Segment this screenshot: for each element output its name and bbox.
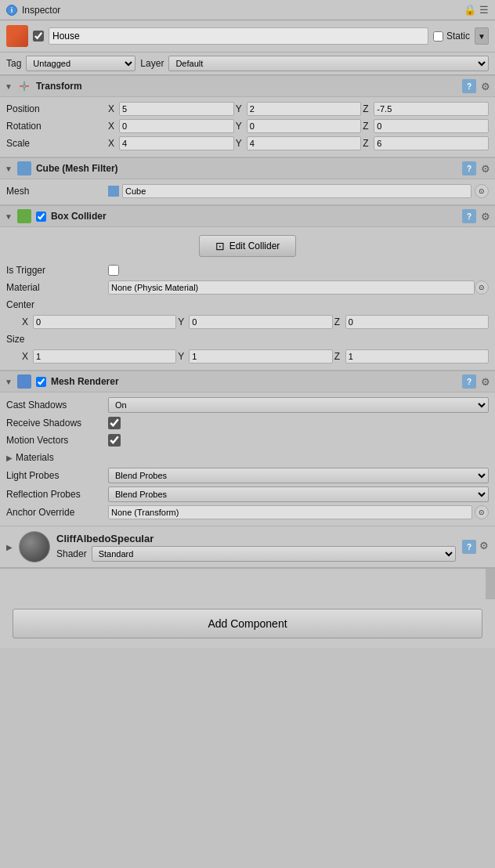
motion-vectors-row: Motion Vectors	[6, 432, 489, 449]
rotation-z-input[interactable]	[374, 119, 489, 133]
menu-icon[interactable]: ☰	[479, 4, 489, 16]
reflection-probes-label: Reflection Probes	[6, 489, 108, 500]
anchor-override-label: Anchor Override	[6, 507, 108, 518]
receive-shadows-label: Receive Shadows	[6, 418, 108, 429]
cast-shadows-row: Cast Shadows On	[6, 396, 489, 414]
material-component-chevron: ▶	[6, 543, 13, 552]
materials-row[interactable]: ▶ Materials	[6, 449, 489, 466]
layer-select[interactable]: Default	[168, 56, 489, 71]
mesh-icon	[108, 186, 119, 197]
box-collider-title: Box Collider	[51, 211, 457, 222]
info-icon: i	[6, 5, 17, 16]
transform-help-btn[interactable]: ?	[462, 79, 476, 93]
mesh-renderer-help-btn[interactable]: ?	[462, 374, 476, 389]
motion-vectors-checkbox[interactable]	[108, 434, 121, 447]
is-trigger-label: Is Trigger	[6, 265, 108, 276]
shader-select[interactable]: Standard	[92, 546, 456, 562]
is-trigger-checkbox[interactable]	[108, 265, 119, 276]
mesh-filter-title: Cube (Mesh Filter)	[36, 163, 457, 174]
scrollbar-area	[0, 568, 495, 599]
static-dropdown-arrow[interactable]: ▼	[475, 27, 489, 45]
rotation-y-input[interactable]	[247, 119, 362, 133]
box-collider-section-header[interactable]: ▼ Box Collider ? ⚙	[0, 205, 495, 227]
box-collider-chevron: ▼	[5, 212, 13, 221]
title-bar-text: Inspector	[22, 5, 60, 16]
position-y-input[interactable]	[247, 102, 362, 116]
vertical-scrollbar[interactable]	[486, 569, 495, 599]
box-collider-body: ⊡ Edit Collider Is Trigger Material ⊙ Ce…	[0, 227, 495, 371]
object-cube-icon	[6, 25, 28, 47]
object-enabled-checkbox[interactable]	[33, 31, 44, 42]
mesh-filter-section-header[interactable]: ▼ Cube (Mesh Filter) ? ⚙	[0, 157, 495, 179]
center-z-input[interactable]	[345, 315, 489, 329]
tag-select[interactable]: Untagged	[26, 56, 135, 71]
object-name-input[interactable]	[49, 27, 428, 45]
receive-shadows-checkbox[interactable]	[108, 417, 121, 429]
inspector-panel: i Inspector 🔒 ☰ Static ▼ Tag Untagged La…	[0, 0, 495, 648]
material-component-btns: ? ⚙	[462, 540, 489, 554]
scale-z-input[interactable]	[374, 136, 489, 150]
add-component-area: Add Component	[0, 599, 495, 648]
anchor-override-input[interactable]	[108, 505, 472, 519]
mesh-value-input[interactable]	[122, 184, 472, 198]
position-label: Position	[6, 103, 108, 114]
scale-x-input[interactable]	[119, 136, 234, 150]
center-y-input[interactable]	[189, 315, 332, 329]
center-x-input[interactable]	[33, 315, 176, 329]
mesh-filter-icon	[17, 161, 31, 175]
layer-label: Layer	[140, 58, 164, 69]
mesh-renderer-title: Mesh Renderer	[51, 376, 457, 387]
mesh-select-btn[interactable]: ⊙	[475, 184, 489, 198]
rotation-row: Rotation X Y Z	[6, 118, 489, 135]
collider-material-select-btn[interactable]: ⊙	[475, 280, 489, 295]
reflection-probes-row: Reflection Probes Blend Probes	[6, 485, 489, 504]
rotation-x-input[interactable]	[119, 119, 234, 133]
mesh-renderer-body: Cast Shadows On Receive Shadows Motion V…	[0, 392, 495, 526]
mesh-renderer-icon	[17, 374, 31, 389]
cast-shadows-select[interactable]: On	[108, 397, 489, 413]
add-component-button[interactable]: Add Component	[13, 609, 482, 638]
light-probes-row: Light Probes Blend Probes	[6, 466, 489, 485]
material-gear-btn[interactable]: ⚙	[479, 540, 489, 554]
title-bar-icons: 🔒 ☰	[464, 4, 489, 16]
material-info: CliffAlbedoSpecular Shader Standard	[56, 533, 456, 562]
transform-gear-btn[interactable]: ⚙	[481, 81, 490, 92]
position-x-input[interactable]	[119, 102, 234, 116]
size-x-input[interactable]	[33, 349, 176, 363]
cast-shadows-label: Cast Shadows	[6, 400, 108, 410]
mesh-prop-row: Mesh ⊙	[6, 183, 489, 200]
mesh-label: Mesh	[6, 186, 108, 197]
box-collider-gear-btn[interactable]: ⚙	[481, 211, 490, 222]
box-collider-help-btn[interactable]: ?	[462, 209, 476, 223]
mesh-renderer-enabled-checkbox[interactable]	[36, 377, 46, 387]
edit-collider-button[interactable]: ⊡ Edit Collider	[199, 235, 297, 257]
shader-row: Shader Standard	[56, 546, 456, 562]
mesh-filter-gear-btn[interactable]: ⚙	[481, 163, 490, 175]
size-y-input[interactable]	[189, 349, 332, 363]
static-checkbox[interactable]	[433, 31, 443, 42]
size-label: Size	[6, 334, 24, 345]
shader-label: Shader	[56, 548, 87, 559]
light-probes-select[interactable]: Blend Probes	[108, 468, 489, 483]
anchor-override-select-btn[interactable]: ⊙	[475, 505, 489, 519]
size-z-input[interactable]	[345, 349, 489, 363]
center-xyz-row: X Y Z	[6, 313, 489, 331]
position-z-input[interactable]	[374, 102, 489, 116]
mesh-renderer-section-header[interactable]: ▼ Mesh Renderer ? ⚙	[0, 371, 495, 392]
transform-body: Position X Y Z Rotation X Y Z Scale	[0, 97, 495, 157]
light-probes-label: Light Probes	[6, 470, 108, 481]
material-help-btn[interactable]: ?	[462, 540, 476, 554]
title-bar: i Inspector 🔒 ☰	[0, 0, 495, 20]
mesh-filter-help-btn[interactable]: ?	[462, 161, 476, 175]
mesh-filter-body: Mesh ⊙	[0, 179, 495, 205]
scale-y-input[interactable]	[247, 136, 362, 150]
mesh-field: ⊙	[108, 184, 489, 198]
collider-material-input[interactable]	[108, 280, 475, 295]
object-header: Static ▼	[0, 20, 495, 52]
mesh-renderer-chevron: ▼	[5, 378, 13, 386]
box-collider-enabled-checkbox[interactable]	[36, 212, 46, 222]
reflection-probes-select[interactable]: Blend Probes	[108, 486, 489, 502]
transform-section-header[interactable]: ▼ Transform ? ⚙	[0, 75, 495, 97]
lock-icon[interactable]: 🔒	[464, 4, 476, 16]
mesh-renderer-gear-btn[interactable]: ⚙	[481, 376, 490, 388]
